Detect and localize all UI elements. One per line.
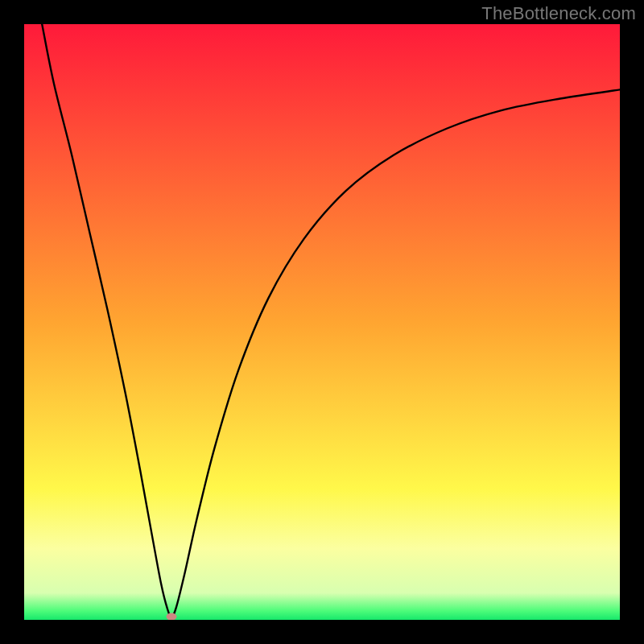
frame: TheBottleneck.com (0, 0, 644, 644)
watermark-text: TheBottleneck.com (481, 3, 636, 24)
chart-svg (24, 24, 620, 620)
plot-area (24, 24, 620, 620)
gradient-rect (24, 24, 620, 620)
